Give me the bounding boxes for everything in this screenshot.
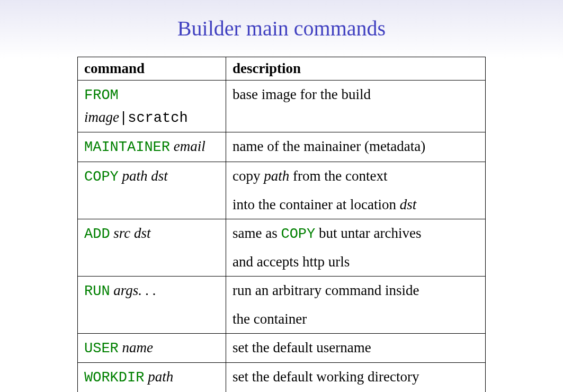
keyword: USER [84,341,119,357]
table-row: MAINTAINER email name of the mainainer (… [78,132,486,162]
table-row: COPY path dst copy path from the context [78,162,486,191]
keyword: FROM [84,87,119,103]
argument: src dst [113,225,150,241]
cell-command: RUN args. . . [78,276,226,305]
table-row: the container [78,305,486,333]
table-row: RUN args. . . run an arbitrary command i… [78,276,486,305]
cell-description: same as COPY but untar archives [226,219,486,248]
cell-description: and accepts http urls [226,248,486,276]
literal: scratch [128,110,187,126]
table-row: ADD src dst same as COPY but untar archi… [78,219,486,248]
commands-table: command description FROM image|scratch b… [77,57,486,392]
cell-description: copy path from the context [226,162,486,191]
argument: args. . . [113,282,156,298]
cell-description: set the default username [226,333,486,363]
desc-arg: dst [400,197,417,212]
cell-command [78,248,226,276]
desc-arg: path [264,168,289,184]
cell-description: set the default working directory [226,363,486,393]
keyword: RUN [84,283,110,299]
cell-description: the container [226,305,486,333]
header-command: command [78,57,226,81]
table-row: WORKDIR path set the default working dir… [78,363,486,393]
cell-command [78,191,226,219]
table-row: and accepts http urls [78,248,486,276]
cell-command: WORKDIR path [78,363,226,393]
keyword: ADD [84,226,110,242]
cell-command [78,305,226,333]
keyword: WORKDIR [84,370,144,386]
table-row: USER name set the default username [78,333,486,363]
cell-description: name of the mainainer (metadata) [226,132,486,162]
keyword-inline: COPY [281,226,315,242]
cell-command: USER name [78,333,226,363]
argument: image [84,109,119,125]
argument: name [122,340,153,355]
desc-text: same as [233,225,281,241]
argument: path [148,369,173,385]
desc-text: into the container at location [233,197,400,212]
table-row: into the container at location dst [78,191,486,219]
header-description: description [226,57,486,81]
cell-description: base image for the build [226,81,486,132]
keyword: MAINTAINER [84,139,170,155]
cell-command: COPY path dst [78,162,226,191]
pipe-separator: | [119,110,128,126]
slide-title: Builder main commands [26,16,537,41]
argument: email [174,138,205,154]
cell-command: MAINTAINER email [78,132,226,162]
keyword: COPY [84,169,119,185]
cell-description: into the container at location dst [226,191,486,219]
desc-text: from the context [289,168,387,184]
cell-command: ADD src dst [78,219,226,248]
desc-text: copy [233,168,264,184]
table-row: FROM image|scratch base image for the bu… [78,81,486,132]
table-header-row: command description [78,57,486,81]
argument: path dst [122,168,168,184]
cell-command: FROM image|scratch [78,81,226,132]
desc-text: but untar archives [315,225,421,241]
cell-description: run an arbitrary command inside [226,276,486,305]
